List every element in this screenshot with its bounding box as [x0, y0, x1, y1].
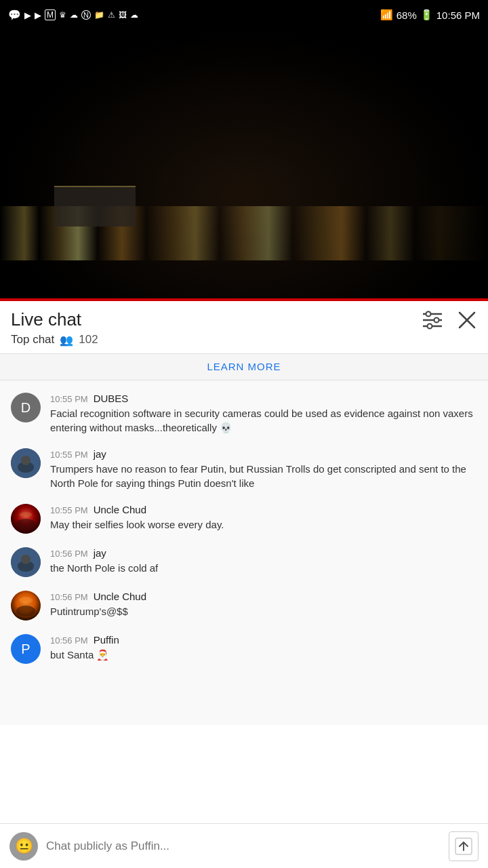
svg-point-5	[428, 323, 432, 328]
svg-point-3	[426, 311, 431, 316]
message-content: 10:55 PM jay Trumpers have no reason to …	[50, 448, 477, 490]
svg-point-12	[20, 512, 32, 517]
avatar: P	[11, 634, 41, 664]
message-meta: 10:55 PM Uncle Chud	[50, 504, 477, 515]
svg-point-4	[434, 317, 439, 322]
message-text: Trumpers have no reason to fear Putin, b…	[50, 463, 466, 489]
battery-text: 68%	[396, 9, 417, 21]
message-author: Uncle Chud	[94, 591, 146, 602]
chat-title: Live chat	[11, 309, 81, 330]
status-info-right: 📶 68% 🔋 10:56 PM	[380, 9, 480, 21]
svg-point-16	[21, 555, 30, 564]
chat-message: D 10:55 PM DUBES Facial recognition soft…	[0, 386, 488, 441]
crown-icon: ♛	[59, 10, 66, 20]
monument-silhouette	[54, 186, 136, 226]
chat-messages-container: D 10:55 PM DUBES Facial recognition soft…	[0, 380, 488, 725]
message-author: jay	[94, 448, 106, 460]
video-player[interactable]	[0, 30, 488, 301]
viewer-count: 102	[79, 333, 98, 347]
message-text: the North Pole is cold af	[50, 562, 158, 574]
chat-message: 10:55 PM jay Trumpers have no reason to …	[0, 441, 488, 497]
video-background	[0, 30, 488, 301]
close-button[interactable]	[457, 310, 477, 330]
wifi-icon: 📶	[380, 9, 393, 21]
message-text: Putintrump's@$$	[50, 606, 128, 617]
message-time: 10:56 PM	[50, 549, 88, 559]
cloud-icon: ☁	[70, 10, 78, 20]
yt-icon: ▶	[24, 10, 31, 20]
chat-input-area: 😐	[0, 823, 488, 868]
message-time: 10:56 PM	[50, 592, 88, 602]
chat-header-icons	[422, 310, 477, 330]
status-icons-left: 💬 ▶ ▶ M ♛ ☁ N 📁 ⚠ 🖼 ☁	[8, 9, 138, 21]
message-content: 10:55 PM Uncle Chud May their selfies lo…	[50, 504, 477, 532]
warning-icon: ⚠	[108, 10, 115, 20]
chat-message: 10:55 PM Uncle Chud May their selfies lo…	[0, 497, 488, 540]
image-icon: 🖼	[119, 10, 127, 20]
chat-message: P 10:56 PM Puffin but Santa 🎅	[0, 627, 488, 671]
input-avatar: 😐	[9, 832, 38, 861]
time-display: 10:56 PM	[436, 9, 480, 21]
message-time: 10:55 PM	[50, 394, 88, 404]
video-progress-bar[interactable]	[0, 298, 488, 301]
message-meta: 10:55 PM jay	[50, 448, 477, 460]
chat-message: 10:56 PM Uncle Chud Putintrump's@$$	[0, 584, 488, 627]
message-time: 10:55 PM	[50, 505, 88, 515]
folder-icon: 📁	[94, 10, 104, 20]
n-icon: N	[81, 10, 91, 20]
message-content: 10:56 PM jay the North Pole is cold af	[50, 547, 477, 575]
avatar	[11, 591, 41, 620]
avatar: D	[11, 393, 41, 422]
avatar	[11, 448, 41, 478]
message-author: jay	[94, 547, 106, 559]
message-text: but Santa 🎅	[50, 649, 109, 660]
chat-subtitle: Top chat 👥 102	[11, 333, 477, 353]
message-text: Facial recognition software in security …	[50, 408, 473, 433]
chat-header: Live chat Top chat 👥	[0, 301, 488, 354]
message-content: 10:55 PM DUBES Facial recognition softwa…	[50, 393, 477, 435]
message-content: 10:56 PM Puffin but Santa 🎅	[50, 634, 477, 662]
send-button[interactable]	[449, 831, 479, 861]
chat-input-field[interactable]	[46, 840, 441, 853]
message-meta: 10:55 PM DUBES	[50, 393, 477, 404]
message-author: Uncle Chud	[94, 504, 146, 515]
learn-more-link[interactable]: LEARN MORE	[207, 361, 281, 372]
top-chat-label: Top chat	[11, 333, 54, 347]
svg-point-18	[19, 597, 33, 604]
yt-icon2: ▶	[35, 10, 41, 20]
avatar	[11, 504, 41, 534]
message-text: May their selfies look worse every day.	[50, 519, 224, 530]
message-meta: 10:56 PM jay	[50, 547, 477, 559]
battery-icon: 🔋	[420, 9, 433, 21]
svg-point-10	[21, 456, 30, 465]
chat-title-row: Live chat	[11, 309, 477, 333]
message-author: DUBES	[94, 393, 129, 404]
filter-button[interactable]	[422, 311, 443, 330]
learn-more-banner[interactable]: LEARN MORE	[0, 354, 488, 380]
input-avatar-emoji: 😐	[15, 837, 33, 855]
message-author: Puffin	[94, 634, 119, 646]
message-meta: 10:56 PM Uncle Chud	[50, 591, 477, 602]
people-icon: 👥	[60, 334, 73, 347]
m-icon: M	[45, 9, 56, 20]
message-time: 10:55 PM	[50, 450, 88, 460]
message-time: 10:56 PM	[50, 635, 88, 646]
svg-point-19	[16, 606, 35, 616]
chat-message: 10:56 PM jay the North Pole is cold af	[0, 540, 488, 584]
status-bar: 💬 ▶ ▶ M ♛ ☁ N 📁 ⚠ 🖼 ☁ 📶 68% 🔋 10:56 PM	[0, 0, 488, 30]
message-meta: 10:56 PM Puffin	[50, 634, 477, 646]
svg-point-13	[16, 519, 35, 530]
cloud2-icon: ☁	[130, 10, 138, 20]
avatar	[11, 547, 41, 577]
message-content: 10:56 PM Uncle Chud Putintrump's@$$	[50, 591, 477, 618]
message-icon: 💬	[8, 9, 21, 21]
